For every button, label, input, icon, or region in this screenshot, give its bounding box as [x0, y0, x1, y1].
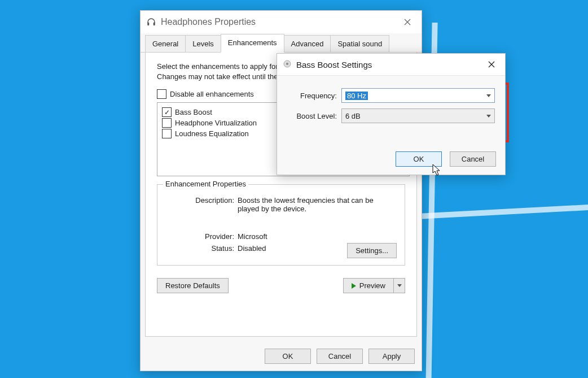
restore-defaults-button[interactable]: Restore Defaults	[157, 278, 229, 293]
svg-point-5	[286, 63, 288, 65]
frequency-row: Frequency: 80 Hz	[287, 88, 495, 103]
close-icon	[488, 61, 495, 68]
chevron-down-icon	[486, 94, 491, 97]
preview-button[interactable]: Preview	[343, 278, 394, 293]
dialog-buttons: OK Cancel Apply	[265, 349, 415, 364]
dialog-title: Bass Boost Settings	[296, 60, 480, 69]
boost-level-value: 6 dB	[345, 112, 361, 120]
close-icon	[404, 19, 411, 25]
provider-value: Microsoft	[238, 232, 396, 241]
headphones-icon	[146, 17, 156, 27]
preview-label: Preview	[359, 281, 385, 290]
description-value: Boosts the lowest frequencies that can b…	[238, 196, 396, 213]
description-label: Description:	[166, 196, 238, 213]
enhancement-label: Headphone Virtualization	[175, 119, 257, 127]
tab-strip: General Levels Enhancements Advanced Spa…	[141, 33, 422, 53]
titlebar[interactable]: Headphones Properties	[141, 11, 422, 33]
svg-rect-1	[153, 23, 155, 25]
ok-button[interactable]: OK	[265, 349, 311, 364]
group-legend: Enhancement Properties	[163, 180, 248, 188]
frequency-value: 80 Hz	[345, 92, 368, 100]
tab-advanced[interactable]: Advanced	[284, 35, 331, 52]
tab-levels[interactable]: Levels	[185, 35, 221, 52]
tab-general[interactable]: General	[145, 35, 186, 52]
settings-button[interactable]: Settings...	[347, 243, 397, 258]
cancel-button[interactable]: Cancel	[317, 349, 363, 364]
close-button[interactable]	[397, 14, 418, 31]
disable-all-checkbox[interactable]	[157, 89, 166, 99]
chevron-down-icon	[397, 284, 402, 287]
enhancement-label: Bass Boost	[175, 108, 212, 116]
play-icon	[352, 283, 356, 289]
checkbox-loudness-equalization[interactable]	[162, 129, 172, 138]
boost-level-row: Boost Level: 6 dB	[287, 108, 495, 123]
close-button[interactable]	[480, 56, 503, 73]
titlebar[interactable]: Bass Boost Settings	[277, 54, 505, 76]
svg-rect-0	[147, 23, 149, 25]
dialog-buttons: OK Cancel	[396, 151, 496, 167]
enhancement-properties-group: Enhancement Properties Description: Boos…	[157, 184, 405, 266]
checkbox-headphone-virtualization[interactable]	[162, 118, 172, 128]
tab-enhancements[interactable]: Enhancements	[221, 34, 284, 53]
cancel-button[interactable]: Cancel	[450, 151, 496, 167]
enhancement-label: Loudness Equalization	[175, 129, 249, 138]
preview-dropdown-button[interactable]	[394, 278, 405, 293]
frequency-combobox[interactable]: 80 Hz	[341, 88, 495, 103]
status-label: Status:	[166, 244, 238, 253]
apply-button[interactable]: Apply	[368, 349, 415, 364]
disable-all-label: Disable all enhancements	[170, 90, 254, 98]
boost-level-combobox[interactable]: 6 dB	[341, 108, 495, 123]
speaker-icon	[283, 59, 292, 70]
ok-button[interactable]: OK	[396, 151, 442, 167]
checkbox-bass-boost[interactable]	[162, 107, 172, 117]
bass-boost-settings-dialog: Bass Boost Settings Frequency: 80 Hz Boo…	[277, 53, 506, 175]
window-title: Headphones Properties	[161, 17, 397, 27]
preview-button-group: Preview	[343, 278, 405, 293]
form-area: Frequency: 80 Hz Boost Level: 6 dB	[277, 76, 505, 123]
boost-level-label: Boost Level:	[287, 112, 341, 120]
frequency-label: Frequency:	[287, 92, 341, 100]
tab-spatial-sound[interactable]: Spatial sound	[330, 35, 389, 52]
provider-label: Provider:	[166, 232, 238, 241]
chevron-down-icon	[486, 115, 491, 118]
